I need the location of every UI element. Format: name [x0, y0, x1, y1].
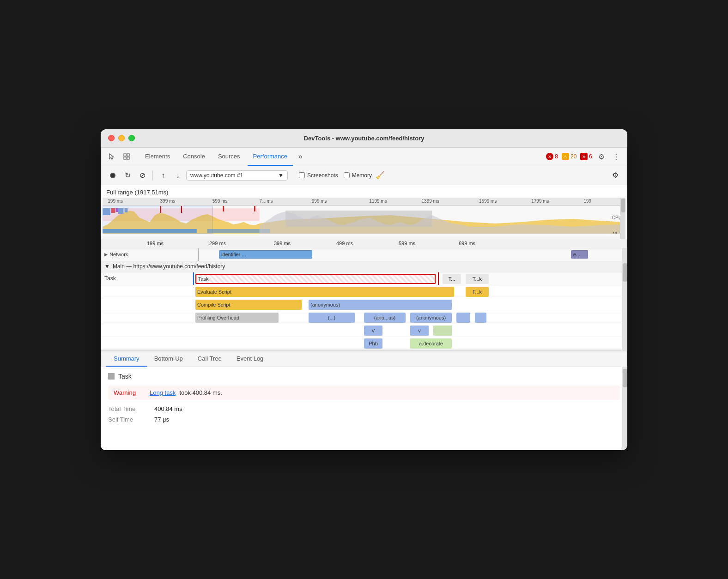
flame-row-evaluate: Evaluate Script F...k — [101, 285, 627, 298]
svg-rect-0 — [124, 154, 126, 156]
error-icon: ✕ — [546, 153, 553, 160]
error-badge[interactable]: ✕ 8 — [546, 153, 558, 160]
tab-call-tree[interactable]: Call Tree — [190, 351, 229, 367]
ruler-b-599: 599 ms — [399, 241, 415, 246]
main-content: Full range (1917.51ms) 199 ms 399 ms 599… — [101, 185, 627, 450]
ruler-399: 399 ms — [160, 199, 176, 204]
overview-canvas[interactable]: CPU NET — [103, 206, 625, 234]
svg-rect-19 — [254, 206, 255, 211]
capture-settings-icon[interactable]: ⚙ — [609, 169, 622, 182]
compile-row-content[interactable]: Compile Script (anonymous) — [193, 298, 627, 311]
flame-collapse-icon[interactable]: ▼ — [104, 263, 110, 270]
badge-area: ✕ 8 ⚠ 20 ✕ 6 ⚙ ⋮ — [546, 151, 622, 162]
network-row[interactable]: ▶ Network identifier ... e... — [101, 248, 627, 261]
long-task-link[interactable]: Long task — [150, 389, 176, 396]
close-button[interactable] — [108, 135, 115, 141]
warning-count: 20 — [570, 153, 576, 160]
self-time-value: 77 μs — [154, 416, 169, 423]
svg-rect-3 — [127, 157, 129, 159]
summary-task-title: Task — [108, 373, 620, 380]
ellipsis-bar: (...) — [309, 313, 355, 323]
screenshots-checkbox[interactable] — [299, 172, 305, 178]
screenshots-checkbox-label[interactable]: Screenshots — [299, 172, 338, 179]
record-button[interactable] — [106, 169, 119, 182]
flame-section: ▼ Main — https://www.youtube.com/feed/hi… — [101, 261, 627, 350]
toolbar: ↻ ⊘ ↑ ↓ www.youtube.com #1 ▼ Screenshots… — [101, 166, 627, 185]
info-badge[interactable]: ✕ 6 — [580, 153, 592, 160]
network-bar-2: e... — [571, 250, 588, 259]
memory-checkbox[interactable] — [344, 172, 350, 178]
phb-row-content[interactable]: Phb a.decorate — [193, 337, 627, 350]
ruler-599: 599 ms — [212, 199, 228, 204]
clear-button[interactable]: ⊘ — [136, 169, 149, 182]
timeline-cursor — [198, 248, 199, 261]
scrollbar-thumb[interactable] — [621, 199, 625, 212]
ruler-b-699: 699 ms — [459, 241, 475, 246]
maximize-button[interactable] — [128, 135, 135, 141]
summary-scrollbar-thumb[interactable] — [623, 369, 627, 387]
network-expand-icon[interactable]: ▶ — [104, 252, 108, 257]
memory-icon[interactable]: 🧹 — [374, 169, 387, 182]
extra-bar-2 — [475, 313, 486, 323]
reload-button[interactable]: ↻ — [121, 169, 134, 182]
tab-event-log[interactable]: Event Log — [229, 351, 271, 367]
overview-scrollbar[interactable] — [620, 198, 625, 239]
memory-label: Memory — [352, 172, 372, 179]
self-time-row: Self Time 77 μs — [108, 416, 620, 423]
anonymous-bar: (anonymous) — [309, 300, 452, 310]
screenshots-label: Screenshots — [307, 172, 338, 179]
tab-summary[interactable]: Summary — [106, 351, 147, 367]
warning-badge[interactable]: ⚠ 20 — [562, 153, 576, 160]
tab-performance[interactable]: Performance — [248, 147, 293, 166]
overview-container[interactable]: 199 ms 399 ms 599 ms 7…ms 999 ms 1199 ms… — [103, 198, 625, 239]
flame-row-compile: Compile Script (anonymous) — [101, 298, 627, 311]
svg-rect-1 — [127, 154, 129, 156]
svg-rect-2 — [124, 157, 126, 159]
total-time-label: Total Time — [108, 405, 154, 412]
cursor-icon[interactable] — [106, 151, 117, 162]
warning-row: Warning Long task took 400.84 ms. — [108, 386, 620, 400]
summary-scrollbar[interactable] — [622, 367, 627, 450]
tab-console[interactable]: Console — [177, 147, 211, 166]
flame-scrollbar-thumb[interactable] — [623, 263, 627, 282]
svg-rect-18 — [223, 206, 224, 211]
memory-checkbox-label[interactable]: Memory — [344, 172, 372, 179]
inspector-icon[interactable] — [121, 151, 132, 162]
ruler-1399: 1399 ms — [422, 199, 439, 204]
more-tabs-button[interactable]: » — [295, 151, 306, 162]
url-dropdown-icon: ▼ — [278, 172, 284, 179]
tab-sources[interactable]: Sources — [212, 147, 246, 166]
v-row-content[interactable]: V v — [193, 324, 627, 337]
title-bar: DevTools - www.youtube.com/feed/history — [101, 129, 627, 148]
evaluate-bar-label: Evaluate Script — [195, 289, 233, 295]
task-row-content[interactable]: Task T... T...k — [193, 272, 627, 285]
ruler-1599: 1599 ms — [479, 199, 497, 204]
profiling-row-content[interactable]: Profiling Overhead (...) (ano...us) (ano… — [193, 311, 627, 324]
warning-icon: ⚠ — [562, 153, 569, 160]
network-bar-1: identifier ... — [219, 250, 312, 259]
flame-row-v: V v — [101, 324, 627, 337]
v-bar-1: V — [364, 326, 382, 336]
tab-elements[interactable]: Elements — [140, 147, 176, 166]
self-time-label: Self Time — [108, 416, 154, 423]
flame-scrollbar[interactable] — [622, 261, 627, 350]
warning-label: Warning — [114, 389, 146, 396]
timeline-ruler-bottom: 199 ms 299 ms 399 ms 499 ms 599 ms 699 m… — [101, 239, 627, 248]
network-scrollbar[interactable] — [622, 248, 627, 261]
traffic-lights — [108, 135, 135, 141]
evaluate-row-content[interactable]: Evaluate Script F...k — [193, 285, 627, 298]
ruler-1799: 1799 ms — [531, 199, 549, 204]
more-options-icon[interactable]: ⋮ — [611, 151, 622, 162]
full-range-label: Full range (1917.51ms) — [101, 185, 627, 198]
settings-icon[interactable]: ⚙ — [596, 151, 607, 162]
tab-bottom-up[interactable]: Bottom-Up — [147, 351, 190, 367]
upload-button[interactable]: ↑ — [157, 169, 170, 182]
task-bar-main: Task — [195, 274, 436, 284]
ruler-b-299: 299 ms — [209, 241, 226, 246]
minimize-button[interactable] — [118, 135, 125, 141]
timeline-ruler-top: 199 ms 399 ms 599 ms 7…ms 999 ms 1199 ms… — [103, 198, 625, 206]
window-title: DevTools - www.youtube.com/feed/history — [304, 135, 425, 142]
ruler-199: 199 ms — [108, 199, 123, 204]
url-selector[interactable]: www.youtube.com #1 ▼ — [186, 170, 288, 181]
download-button[interactable]: ↓ — [171, 169, 184, 182]
